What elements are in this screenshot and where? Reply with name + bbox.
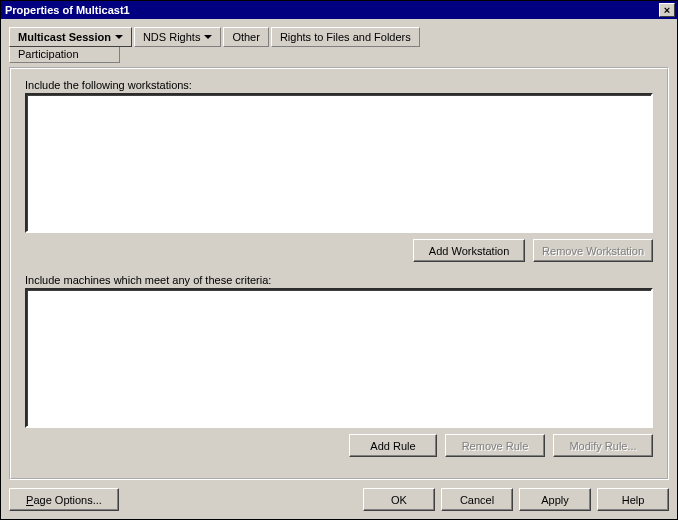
page-options-button[interactable]: Page Options... bbox=[9, 488, 119, 511]
dialog-button-bar: Page Options... OK Cancel Apply Help bbox=[9, 480, 669, 511]
close-button[interactable]: × bbox=[659, 3, 675, 17]
add-rule-button[interactable]: Add Rule bbox=[349, 434, 437, 457]
tab-other[interactable]: Other bbox=[223, 27, 269, 47]
tab-rights-files-folders[interactable]: Rights to Files and Folders bbox=[271, 27, 420, 47]
client-area: Multicast Session NDS Rights Other Right… bbox=[1, 19, 677, 519]
subtab-participation[interactable]: Participation bbox=[9, 46, 120, 63]
modify-rule-button: Modify Rule... bbox=[553, 434, 653, 457]
workstations-button-row: Add Workstation Remove Workstation bbox=[25, 239, 653, 262]
tab-label: NDS Rights bbox=[143, 31, 200, 43]
cancel-button[interactable]: Cancel bbox=[441, 488, 513, 511]
title-bar: Properties of Multicast1 × bbox=[1, 1, 677, 19]
button-label: Remove Rule bbox=[462, 440, 529, 452]
add-workstation-button[interactable]: Add Workstation bbox=[413, 239, 525, 262]
button-label: Modify Rule... bbox=[569, 440, 636, 452]
workstations-listbox[interactable] bbox=[25, 93, 653, 233]
button-label: Remove Workstation bbox=[542, 245, 644, 257]
tab-label: Multicast Session bbox=[18, 31, 111, 43]
button-label: Add Workstation bbox=[429, 245, 510, 257]
chevron-down-icon bbox=[204, 35, 212, 39]
remove-rule-button: Remove Rule bbox=[445, 434, 545, 457]
window-title: Properties of Multicast1 bbox=[5, 4, 130, 16]
properties-dialog: Properties of Multicast1 × Multicast Ses… bbox=[0, 0, 678, 520]
right-buttons: OK Cancel Apply Help bbox=[363, 488, 669, 511]
button-label: Cancel bbox=[460, 494, 494, 506]
tab-label: Other bbox=[232, 31, 260, 43]
subtab-label: Participation bbox=[18, 48, 79, 60]
criteria-button-row: Add Rule Remove Rule Modify Rule... bbox=[25, 434, 653, 457]
remove-workstation-button: Remove Workstation bbox=[533, 239, 653, 262]
button-label: Help bbox=[622, 494, 645, 506]
tab-multicast-session[interactable]: Multicast Session bbox=[9, 27, 132, 47]
workstations-label: Include the following workstations: bbox=[25, 79, 653, 91]
tab-strip: Multicast Session NDS Rights Other Right… bbox=[9, 25, 669, 63]
close-icon: × bbox=[664, 5, 670, 16]
apply-button[interactable]: Apply bbox=[519, 488, 591, 511]
button-label: Page Options... bbox=[26, 494, 102, 506]
button-label: Apply bbox=[541, 494, 569, 506]
tab-nds-rights[interactable]: NDS Rights bbox=[134, 27, 221, 47]
button-label: Add Rule bbox=[370, 440, 415, 452]
tabs-row: Multicast Session NDS Rights Other Right… bbox=[9, 27, 420, 47]
ok-button[interactable]: OK bbox=[363, 488, 435, 511]
criteria-label: Include machines which meet any of these… bbox=[25, 274, 653, 286]
criteria-listbox[interactable] bbox=[25, 288, 653, 428]
button-label: OK bbox=[391, 494, 407, 506]
tab-label: Rights to Files and Folders bbox=[280, 31, 411, 43]
help-button[interactable]: Help bbox=[597, 488, 669, 511]
subtab-row: Participation bbox=[9, 46, 120, 63]
participation-panel: Include the following workstations: Add … bbox=[9, 67, 669, 480]
chevron-down-icon bbox=[115, 35, 123, 39]
